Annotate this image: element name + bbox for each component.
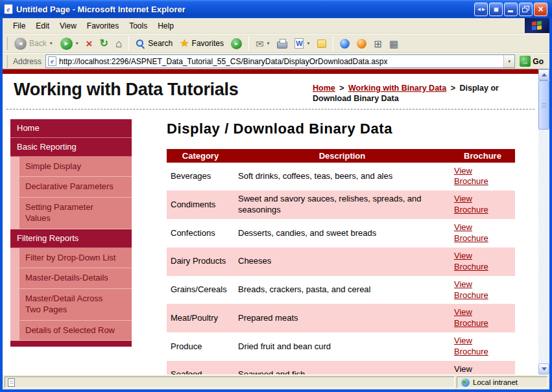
- category-cell: Grains/Cereals: [167, 276, 234, 305]
- print-button[interactable]: [274, 38, 291, 50]
- mail-button[interactable]: ✉ ▼: [252, 38, 274, 50]
- go-button[interactable]: → Go: [515, 54, 548, 69]
- search-label: Search: [148, 39, 173, 48]
- status-page-icon: [8, 378, 15, 387]
- menu-file[interactable]: File: [8, 18, 30, 33]
- content-area: Home Basic Reporting Simple Display Decl…: [3, 110, 538, 375]
- breadcrumb-section-link[interactable]: Working with Binary Data: [348, 84, 446, 93]
- forward-icon: ►: [60, 38, 73, 50]
- menu-tools[interactable]: Tools: [124, 18, 152, 33]
- menu-help[interactable]: Help: [152, 18, 179, 33]
- category-cell: Produce: [167, 332, 234, 361]
- site-title: Working with Data Tutorials: [14, 80, 238, 100]
- security-zone-label: Local intranet: [473, 378, 518, 386]
- address-label: Address: [13, 57, 42, 66]
- back-label: Back: [29, 39, 47, 48]
- addressbar-grip[interactable]: [6, 55, 8, 68]
- view-brochure-link[interactable]: View Brochure: [454, 279, 494, 301]
- window-box-icon: ▣: [494, 6, 498, 12]
- description-cell: Cheeses: [234, 248, 450, 276]
- title-extra-window-button[interactable]: ▣: [489, 3, 503, 16]
- addon-panel-button[interactable]: ⊞: [370, 38, 385, 50]
- fullscreen-button[interactable]: ▦: [386, 38, 402, 50]
- scroll-up-arrow-icon: [542, 73, 547, 76]
- table-header-row: Category Description Brochure: [167, 149, 515, 163]
- discuss-icon: [317, 40, 326, 48]
- edit-word-button[interactable]: W ▼: [291, 37, 313, 50]
- windows-flag-throbber: [525, 18, 549, 33]
- view-brochure-link[interactable]: View Brochure: [454, 336, 494, 358]
- sidebar-item-setting-parameter-values[interactable]: Setting Parameter Values: [19, 198, 132, 229]
- close-button[interactable]: ×: [534, 3, 547, 16]
- intranet-globe-icon: [461, 378, 470, 387]
- sidebar-item-declarative-parameters[interactable]: Declarative Parameters: [19, 177, 132, 198]
- sidebar-item-basic-reporting[interactable]: Basic Reporting: [10, 138, 132, 157]
- toolbar-separator: [333, 36, 333, 51]
- view-brochure-link[interactable]: View Brochure: [454, 166, 494, 188]
- media-icon: ▸: [231, 38, 242, 49]
- vertical-scrollbar[interactable]: [538, 69, 549, 375]
- favorites-star-icon: ★: [180, 38, 189, 49]
- scroll-up-button[interactable]: [538, 69, 549, 80]
- sidebar-item-home[interactable]: Home: [10, 119, 132, 138]
- sidebar-item-simple-display[interactable]: Simple Display: [19, 157, 132, 178]
- menu-edit[interactable]: Edit: [30, 18, 54, 33]
- favorites-label: Favorites: [192, 39, 224, 48]
- menu-favorites[interactable]: Favorites: [82, 18, 124, 33]
- refresh-button[interactable]: ↻: [97, 37, 112, 50]
- view-brochure-link[interactable]: View Brochure: [454, 222, 494, 244]
- status-bar: Local intranet: [3, 375, 549, 389]
- home-button[interactable]: ⌂: [112, 37, 125, 51]
- search-button[interactable]: Search: [132, 38, 176, 50]
- category-cell: Confections: [167, 219, 234, 248]
- breadcrumb-home-link[interactable]: Home: [313, 84, 335, 93]
- description-cell: Prepared meats: [234, 304, 450, 332]
- view-brochure-link[interactable]: View Brochure: [454, 307, 494, 329]
- media-button[interactable]: ▸: [228, 37, 245, 51]
- scroll-down-button[interactable]: [538, 363, 549, 375]
- table-row: Produce Dried fruit and bean curd View B…: [167, 332, 515, 361]
- sidebar-item-master-detail-across-two-pages[interactable]: Master/Detail Across Two Pages: [19, 289, 132, 321]
- restore-button[interactable]: [519, 3, 533, 16]
- brochure-cell: View Brochure: [450, 332, 515, 361]
- sidebar-item-details-of-selected-row[interactable]: Details of Selected Row: [19, 321, 132, 341]
- toolbar: ◄ Back ▼ ► ▼ × ↻ ⌂ Search ★ Favorites ▸: [3, 34, 549, 53]
- description-cell: Seaweed and fish: [234, 361, 450, 375]
- title-extra-arrows-button[interactable]: ◄►: [474, 3, 488, 16]
- scrollbar-track[interactable]: [538, 80, 549, 363]
- forward-button[interactable]: ► ▼: [57, 36, 82, 51]
- security-zone-panel: Local intranet: [457, 376, 547, 388]
- title-bar[interactable]: e Untitled Page - Microsoft Internet Exp…: [0, 0, 552, 18]
- sidebar-item-filter-by-drop-down-list[interactable]: Filter by Drop-Down List: [19, 248, 132, 269]
- stop-button[interactable]: ×: [83, 37, 96, 51]
- back-dropdown-icon: ▼: [49, 41, 53, 45]
- scrollbar-thumb[interactable]: [538, 80, 549, 130]
- messenger-button[interactable]: [337, 38, 353, 50]
- breadcrumb-separator: >: [451, 84, 455, 93]
- breadcrumb-separator: >: [339, 84, 344, 93]
- forward-dropdown-icon: ▼: [75, 41, 79, 45]
- panel-icon: ⊞: [374, 39, 382, 49]
- close-icon: ×: [538, 5, 543, 14]
- favorites-button[interactable]: ★ Favorites: [176, 37, 227, 50]
- discuss-button[interactable]: [314, 38, 330, 49]
- description-cell: Desserts, candies, and sweet breads: [234, 219, 450, 248]
- address-input[interactable]: e http://localhost:2296/ASPNET_Data_Tuto…: [45, 54, 515, 68]
- address-dropdown-button[interactable]: ▼: [503, 55, 514, 67]
- word-icon: W: [294, 38, 304, 49]
- view-brochure-link[interactable]: View Brochure: [454, 251, 494, 273]
- minimize-button[interactable]: [504, 3, 518, 16]
- sidebar-item-next-section-partial[interactable]: [10, 341, 132, 347]
- page-content: Working with Data Tutorials Home > Worki…: [3, 69, 538, 375]
- research-button[interactable]: [354, 38, 370, 50]
- menu-spacer: [179, 18, 525, 33]
- view-brochure-link[interactable]: View Brochure: [454, 194, 494, 216]
- refresh-icon: ↻: [100, 38, 108, 49]
- sidebar-item-filtering-reports[interactable]: Filtering Reports: [10, 229, 132, 248]
- sidebar-item-master-details-details[interactable]: Master-Details-Details: [19, 268, 132, 289]
- table-row: Seafood Seaweed and fish View Brochure: [167, 361, 515, 375]
- menu-view[interactable]: View: [54, 18, 82, 33]
- browser-window: e Untitled Page - Microsoft Internet Exp…: [0, 0, 552, 392]
- toolbar-grip[interactable]: [6, 37, 8, 50]
- back-button[interactable]: ◄ Back ▼: [11, 36, 56, 51]
